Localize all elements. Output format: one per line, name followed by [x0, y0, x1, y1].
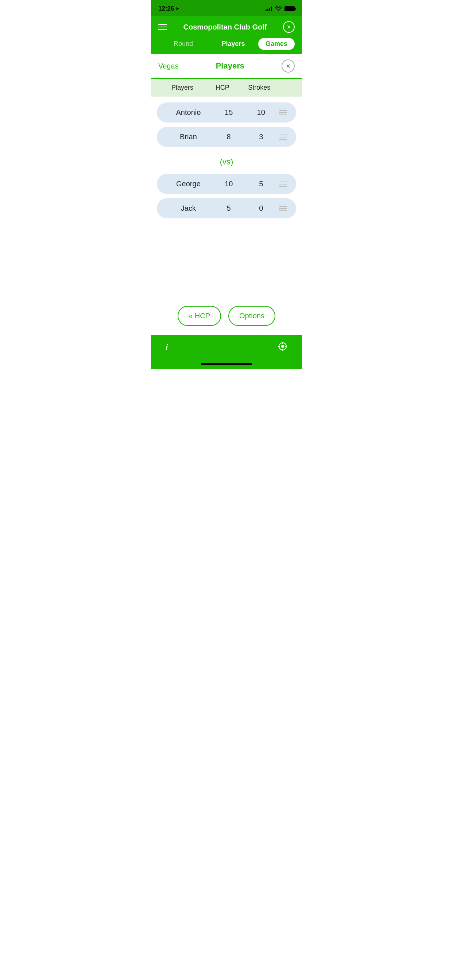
- drag-handle-icon[interactable]: [277, 110, 289, 115]
- options-button[interactable]: Options: [228, 306, 275, 326]
- player-hcp: 10: [213, 180, 245, 188]
- status-icons: [266, 6, 295, 12]
- close-icon: ×: [286, 62, 290, 70]
- player-name: Antonio: [164, 108, 213, 117]
- section-header: Vegas Players ×: [151, 54, 302, 79]
- tab-players[interactable]: Players: [208, 38, 258, 50]
- section-vegas-label: Vegas: [158, 62, 179, 70]
- home-indicator: [151, 360, 302, 369]
- player-strokes: 5: [245, 180, 277, 188]
- player-strokes: 0: [245, 204, 277, 213]
- table-row: Antonio 15 10: [157, 102, 296, 123]
- player-strokes: 10: [245, 108, 277, 117]
- status-time: 12:26 ➤: [158, 5, 179, 13]
- player-strokes: 3: [245, 133, 277, 141]
- app-title: Cosmopolitan Club Golf: [167, 23, 283, 31]
- tab-round[interactable]: Round: [158, 38, 208, 50]
- close-icon: ×: [287, 23, 291, 31]
- hcp-button[interactable]: « HCP: [178, 306, 221, 326]
- hamburger-menu-button[interactable]: [158, 24, 167, 30]
- content-spacer: [151, 224, 302, 297]
- tab-bar: Round Players Games: [151, 38, 302, 54]
- section-close-button[interactable]: ×: [282, 59, 295, 73]
- bottom-buttons: « HCP Options: [151, 297, 302, 335]
- table-row: Brian 8 3: [157, 127, 296, 147]
- bottom-nav: i: [151, 335, 302, 360]
- svg-point-2: [281, 345, 284, 348]
- signal-icon: [266, 6, 272, 11]
- location-arrow-icon: ➤: [175, 6, 179, 11]
- player-hcp: 5: [213, 204, 245, 213]
- col-header-players: Players: [158, 84, 206, 92]
- wifi-icon: [275, 6, 282, 12]
- player-hcp: 15: [213, 108, 245, 117]
- player-name: Brian: [164, 133, 213, 141]
- location-target-icon[interactable]: [278, 342, 287, 353]
- home-bar: [201, 363, 252, 365]
- player-hcp: 8: [213, 133, 245, 141]
- table-row: Jack 5 0: [157, 198, 296, 218]
- player-name: George: [164, 180, 213, 188]
- drag-handle-icon[interactable]: [277, 181, 289, 187]
- drag-handle-icon[interactable]: [277, 206, 289, 211]
- col-header-strokes: Strokes: [239, 84, 280, 92]
- drag-handle-icon[interactable]: [277, 135, 289, 140]
- tab-games[interactable]: Games: [258, 38, 295, 50]
- team-a-section: Antonio 15 10 Brian 8 3 (vs) George 10 5…: [151, 97, 302, 224]
- vs-separator: (vs): [157, 151, 296, 170]
- info-icon[interactable]: i: [166, 343, 168, 352]
- header-close-button[interactable]: ×: [283, 21, 295, 33]
- col-header-hcp: HCP: [206, 84, 239, 92]
- section-players-title: Players: [216, 61, 244, 71]
- app-header: Cosmopolitan Club Golf ×: [151, 16, 302, 38]
- column-headers: Players HCP Strokes: [151, 79, 302, 97]
- time-label: 12:26: [158, 5, 174, 13]
- status-bar: 12:26 ➤: [151, 0, 302, 16]
- player-name: Jack: [164, 204, 213, 213]
- svg-point-0: [278, 10, 279, 11]
- battery-icon: [284, 6, 295, 11]
- table-row: George 10 5: [157, 174, 296, 194]
